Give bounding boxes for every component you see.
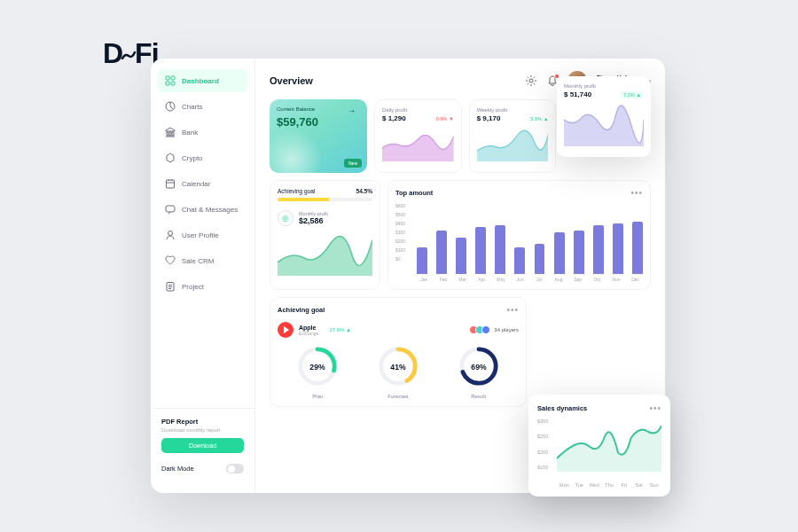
stat-label: Monthly profit xyxy=(564,83,644,89)
bar[interactable] xyxy=(495,225,505,274)
bar-chart: $600$500$400$300$200$100$0 xyxy=(395,203,643,274)
nav-label: Bank xyxy=(182,129,198,137)
user-icon xyxy=(165,230,176,240)
bar[interactable] xyxy=(632,222,643,274)
nav: Dashboard Charts Bank Crypto Calendar Ch… xyxy=(151,69,254,408)
bar[interactable] xyxy=(417,247,427,274)
sidebar-footer: PDF Report Download monthly report Downl… xyxy=(151,408,254,482)
card-title: Top amount xyxy=(395,189,433,197)
pdf-report-subtitle: Download monthly report xyxy=(161,427,244,433)
goal-pct: 54.5% xyxy=(356,188,372,194)
nav-bank[interactable]: Bank xyxy=(158,121,247,144)
brand-logo: DFi xyxy=(103,37,159,70)
donut-label: Result xyxy=(458,394,500,399)
sales-dynamics-card: Sales dynamics••• $300$250$200$150 MonTu… xyxy=(528,395,670,497)
nav-label: User Profile xyxy=(182,231,219,239)
nav-chat[interactable]: Chat & Messages xyxy=(158,198,247,221)
calendar-icon xyxy=(165,178,176,189)
stat-delta: 5.1% ▲ xyxy=(530,116,548,121)
daily-sparkline xyxy=(382,126,454,161)
bar[interactable] xyxy=(554,232,565,274)
chart-icon xyxy=(165,101,176,112)
donut-label: Forecast xyxy=(377,394,419,399)
bar[interactable] xyxy=(613,223,623,274)
svg-rect-0 xyxy=(166,76,169,80)
nav-sale[interactable]: Sale CRM xyxy=(158,249,247,272)
arrow-icon[interactable]: → xyxy=(348,106,360,119)
nav-dashboard[interactable]: Dashboard xyxy=(158,69,247,92)
dashboard-icon xyxy=(165,75,176,86)
dark-mode-label: Dark Mode xyxy=(161,465,194,473)
card-title: Achieving goal xyxy=(278,306,325,314)
settings-icon[interactable] xyxy=(525,74,537,87)
balance-card[interactable]: Current Balance $59,760 → New xyxy=(270,99,367,173)
dark-mode-toggle[interactable] xyxy=(226,464,244,473)
player-count: 34 players xyxy=(494,327,519,332)
goal-title: Achieving goal xyxy=(278,188,315,194)
stat-delta: 0.9% ▼ xyxy=(436,116,454,121)
bar[interactable] xyxy=(475,227,486,274)
nav-calendar[interactable]: Calendar xyxy=(158,172,247,195)
stat-delta: 7.2% ▲ xyxy=(621,91,644,98)
donut-label: Plan xyxy=(296,394,339,399)
nav-label: Dashboard xyxy=(182,77,219,85)
svg-rect-1 xyxy=(171,76,175,80)
more-icon[interactable]: ••• xyxy=(506,305,519,315)
nav-project[interactable]: Project xyxy=(158,275,247,298)
apple-pct: 17.9% ▲ xyxy=(329,327,351,332)
bar[interactable] xyxy=(593,225,604,274)
bar[interactable] xyxy=(514,247,525,274)
apple-name: Apple xyxy=(299,325,318,331)
monthly-profit-card[interactable]: Monthly profit $ 51,7407.2% ▲ xyxy=(557,76,651,157)
more-icon[interactable]: ••• xyxy=(630,188,643,198)
svg-rect-5 xyxy=(167,180,175,188)
svg-point-7 xyxy=(168,231,173,236)
svg-text:41%: 41% xyxy=(390,363,406,372)
stat-label: Weekly profit xyxy=(477,107,549,113)
nav-label: Chat & Messages xyxy=(182,206,238,214)
svg-text:29%: 29% xyxy=(310,363,326,372)
mp-value: $2,586 xyxy=(299,216,328,225)
avatar-dot xyxy=(481,325,490,334)
monthly-sparkline xyxy=(564,102,644,146)
card-title: Sales dynamics xyxy=(537,404,587,412)
apple-sub: Exchange xyxy=(299,331,318,336)
players: 34 players xyxy=(472,325,519,334)
target-icon: ◎ xyxy=(278,210,293,226)
stat-label: Daily profit xyxy=(382,107,454,113)
chat-icon xyxy=(165,204,176,215)
bar[interactable] xyxy=(574,231,584,275)
weekly-profit-card[interactable]: Weekly profit $ 9,1705.1% ▲ xyxy=(469,99,557,173)
play-icon[interactable] xyxy=(278,322,293,338)
stat-value: $ 9,170 xyxy=(477,114,501,122)
dark-mode-row: Dark Mode xyxy=(161,464,244,473)
new-badge: New xyxy=(344,159,362,168)
goal-card[interactable]: Achieving goal54.5% ◎ Monthly profit$2,5… xyxy=(270,180,380,290)
clipboard-icon xyxy=(165,281,176,292)
sidebar: Dashboard Charts Bank Crypto Calendar Ch… xyxy=(151,59,255,493)
stat-value: $ 1,290 xyxy=(382,114,406,122)
bar[interactable] xyxy=(436,231,447,275)
top-amount-card: Top amount••• $600$500$400$300$200$100$0… xyxy=(387,180,651,290)
donut-result: 69%Result xyxy=(458,345,500,399)
nav-crypto[interactable]: Crypto xyxy=(158,146,247,169)
page-title: Overview xyxy=(270,75,313,86)
download-button[interactable]: Download xyxy=(161,438,244,453)
crypto-icon xyxy=(165,153,176,163)
bank-icon xyxy=(165,127,176,137)
donut-forecast: 41%Forecast xyxy=(377,345,419,399)
nav-charts[interactable]: Charts xyxy=(158,95,247,118)
heart-icon xyxy=(165,255,176,266)
nav-user[interactable]: User Profile xyxy=(158,223,247,246)
nav-label: Charts xyxy=(182,103,203,111)
achieving-goal-card: Achieving goal••• AppleExchange 17.9% ▲ … xyxy=(270,297,527,407)
weekly-sparkline xyxy=(477,126,549,161)
daily-profit-card[interactable]: Daily profit $ 1,2900.9% ▼ xyxy=(374,99,462,173)
more-icon[interactable]: ••• xyxy=(649,403,661,413)
nav-label: Sale CRM xyxy=(182,257,214,265)
bar[interactable] xyxy=(456,238,466,274)
sales-line-chart: $300$250$200$150 xyxy=(537,419,661,481)
svg-rect-2 xyxy=(166,82,169,85)
svg-text:69%: 69% xyxy=(471,363,487,372)
bar[interactable] xyxy=(535,244,545,274)
